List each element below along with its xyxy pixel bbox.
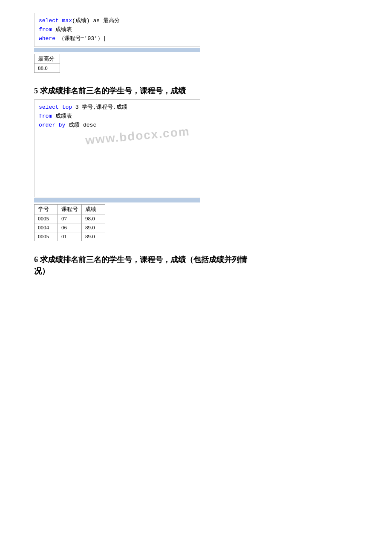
section5-cell-kc2: 06 [58,223,82,232]
select-top-args: 3 学号,课程号,成绩 [72,104,127,110]
orderby-keyword: order by [39,122,69,128]
section6-heading: 6 求成绩排名前三名的学生号，课程号，成绩（包括成绩并列情 况） [34,254,358,277]
from-keyword-5: from [39,113,55,119]
section5-result-wrap: 学号 课程号 成绩 0005 07 98.0 0004 06 89.0 0005 [34,204,200,241]
where-keyword: where [39,35,59,42]
section5-line2: from 成绩表 [39,112,196,121]
section5-cell-xh3: 0005 [35,232,58,241]
section5-cell-cj1: 98.0 [82,214,105,223]
max-keyword: max [62,17,72,24]
section5-cell-cj2: 89.0 [82,223,105,232]
section4-data-row-1: 88.0 [35,64,60,73]
section5-col-chengji: 成绩 [82,205,105,214]
section5-code-editor[interactable]: select top 3 学号,课程号,成绩 from 成绩表 order by… [34,99,200,197]
from-keyword: from [39,26,55,33]
section6-heading-line1: 6 求成绩排名前三名的学生号，课程号，成绩（包括成绩并列情 [34,254,358,266]
section6-heading-line2: 况） [34,266,358,277]
section5-cell-xh2: 0004 [35,223,58,232]
section4-result-wrap: 最高分 88.0 [34,54,200,73]
section4-query-area: select max(成绩) as 最高分 from 成绩表 where （课程… [34,13,358,73]
section5-header-row: 学号 课程号 成绩 [35,205,105,214]
section4-cell-zuigaofen-val: 88.0 [35,64,60,73]
section5-scrollbar[interactable] [34,198,200,202]
section4-line1: select max(成绩) as 最高分 [39,17,196,26]
section5-col-kechengno: 课程号 [58,205,82,214]
select-top-keyword: select top [39,104,72,110]
select-keyword: select [39,17,62,24]
section5-cell-xh1: 0005 [35,214,58,223]
section5-data-row-2: 0004 06 89.0 [35,223,105,232]
from-table-5: 成绩表 [55,113,72,119]
section5-line1: select top 3 学号,课程号,成绩 [39,103,196,112]
section4-code-editor[interactable]: select max(成绩) as 最高分 from 成绩表 where （课程… [34,13,200,47]
section5-col-xuehao: 学号 [35,205,58,214]
section5-query-wrapper: select top 3 学号,课程号,成绩 from 成绩表 order by… [34,99,200,197]
orderby-args: 成绩 desc [69,122,96,128]
section4-result-table: 最高分 88.0 [34,54,60,73]
section4-line2: from 成绩表 [39,26,196,35]
section5-cell-cj3: 89.0 [82,232,105,241]
section4-col-zuigaofen: 最高分 [35,54,60,64]
section5-result-table: 学号 课程号 成绩 0005 07 98.0 0004 06 89.0 0005 [34,204,105,241]
section5-data-row-1: 0005 07 98.0 [35,214,105,223]
page-container: select max(成绩) as 最高分 from 成绩表 where （课程… [0,9,392,283]
section4-line3: where （课程号='03'）| [39,35,196,43]
section5-cell-kc1: 07 [58,214,82,223]
where-condition: （课程号='03'）| [59,35,107,42]
section5-cell-kc3: 01 [58,232,82,241]
max-args: (成绩) as 最高分 [72,17,120,24]
from-table: 成绩表 [55,26,72,33]
section5-data-row-3: 0005 01 89.0 [35,232,105,241]
section5-line3: order by 成绩 desc [39,121,196,130]
section4-header-row: 最高分 [35,54,60,64]
section5-heading: 5 求成绩排名前三名的学生号，课程号，成绩 [34,86,358,96]
section4-scrollbar[interactable] [34,48,200,52]
